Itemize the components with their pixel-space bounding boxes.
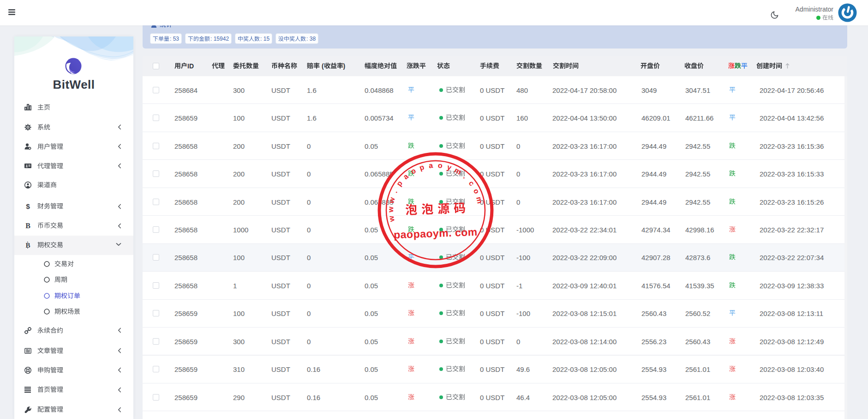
svg-text:y: y — [446, 163, 453, 172]
svg-text:a: a — [401, 172, 410, 181]
svg-text:B: B — [25, 242, 30, 249]
svg-text:w: w — [387, 196, 396, 204]
svg-text:w: w — [387, 206, 395, 213]
svg-text:m: m — [475, 196, 484, 204]
svg-text:.: . — [391, 189, 399, 194]
svg-text:p: p — [419, 163, 425, 172]
svg-text:o: o — [472, 188, 481, 195]
svg-text:B: B — [25, 222, 30, 229]
svg-text:a: a — [428, 161, 433, 170]
svg-text:o: o — [409, 166, 417, 176]
svg-text:.: . — [462, 173, 469, 180]
svg-text:w: w — [387, 215, 396, 223]
svg-text:c: c — [467, 179, 476, 187]
svg-text:o: o — [437, 161, 443, 170]
svg-text:p: p — [395, 179, 404, 188]
svg-text:$: $ — [26, 203, 30, 210]
